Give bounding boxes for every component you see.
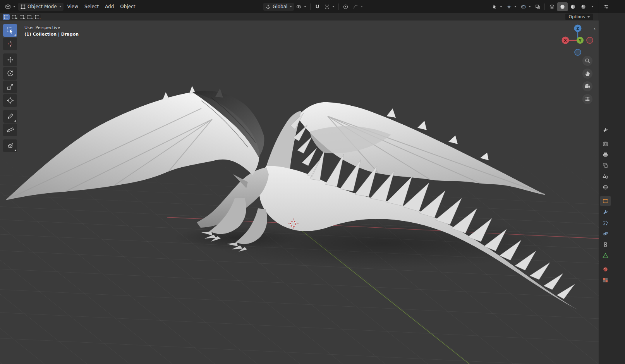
orientation-label: Global	[273, 4, 287, 9]
tool-cursor[interactable]	[3, 38, 17, 50]
overlays-dropdown[interactable]	[519, 3, 533, 11]
properties-tab-view-layer[interactable]	[600, 160, 611, 170]
tool-add-cube[interactable]	[3, 139, 17, 152]
tool-scale[interactable]	[3, 81, 17, 93]
overlays-icon	[520, 4, 526, 10]
select-mode-extend[interactable]: +	[10, 14, 17, 20]
properties-tab-constraints[interactable]	[600, 239, 611, 249]
snap-settings-dropdown[interactable]	[322, 3, 337, 11]
properties-editor-selector[interactable]	[603, 3, 610, 10]
subtool-indicator	[14, 34, 16, 36]
gizmo-y-label: Y	[579, 38, 582, 43]
menu-object[interactable]: Object	[117, 3, 138, 10]
nav-perspective-toggle-button[interactable]	[582, 94, 592, 104]
object-visibility-dropdown[interactable]	[490, 3, 504, 11]
tool-rotate[interactable]	[3, 67, 17, 80]
menu-view[interactable]: View	[64, 3, 81, 10]
proportional-editing-toggle[interactable]	[341, 3, 350, 11]
separator	[544, 3, 545, 10]
blender-window: Object Mode ViewSelectAddObject Global	[0, 0, 625, 364]
properties-tab-scene[interactable]	[600, 171, 611, 181]
viewport-nav-buttons	[582, 56, 592, 104]
nav-zoom-button[interactable]	[582, 56, 592, 66]
select-mode-invert[interactable]: ×	[26, 14, 33, 20]
properties-tab-tool[interactable]	[600, 125, 611, 135]
gizmo-x-neg-ball[interactable]	[587, 37, 593, 43]
chevron-down-icon	[514, 6, 517, 7]
dragon-model[interactable]	[5, 86, 578, 310]
tool-measure[interactable]	[3, 124, 17, 136]
gizmo-x-label: X	[564, 38, 567, 43]
menu-bar: ViewSelectAddObject	[64, 3, 139, 10]
mode-label: Object Mode	[27, 4, 57, 9]
mode-dropdown[interactable]: Object Mode	[18, 3, 64, 11]
chevron-down-icon	[361, 6, 363, 7]
select-mode-intersect[interactable]: ∩	[34, 14, 41, 20]
nav-camera-view-button[interactable]	[582, 81, 592, 91]
falloff-curve-icon	[352, 4, 358, 10]
orientation-dropdown[interactable]: Global	[263, 3, 294, 11]
shading-dropdown[interactable]	[589, 5, 596, 9]
properties-tab-render[interactable]	[600, 139, 611, 149]
options-button[interactable]: Options	[565, 14, 593, 20]
subtool-indicator	[14, 120, 16, 122]
pivot-dropdown[interactable]	[294, 3, 308, 11]
gizmos-dropdown[interactable]	[504, 3, 519, 11]
menu-add[interactable]: Add	[102, 3, 117, 10]
shading-rendered-button[interactable]	[578, 2, 589, 11]
properties-tab-material[interactable]	[600, 264, 611, 274]
properties-tab-world[interactable]	[600, 182, 611, 192]
properties-tab-object[interactable]	[600, 196, 611, 206]
tool-move[interactable]	[3, 53, 17, 66]
tool-select-box[interactable]	[3, 24, 17, 37]
snap-target-icon	[324, 4, 330, 10]
tool-transform[interactable]	[3, 94, 17, 107]
chevron-down-icon	[587, 16, 590, 18]
view-perspective-label: User Perspective	[24, 24, 79, 31]
shading-mode-buttons	[547, 2, 589, 11]
properties-tab-particles[interactable]	[600, 218, 611, 228]
tool-settings-bar: +−×∩ Options	[0, 13, 599, 21]
viewport-display-controls	[490, 2, 596, 11]
separator	[310, 3, 311, 10]
navigation-gizmo[interactable]: Z X Y	[559, 22, 598, 57]
subtool-indicator	[14, 149, 16, 151]
shading-solid-button[interactable]	[557, 2, 568, 11]
editor-type-selector[interactable]	[3, 3, 17, 11]
sidebar-toggle[interactable]: ‹	[594, 26, 596, 31]
properties-tab-strip	[600, 125, 611, 285]
separator	[338, 3, 339, 10]
options-label: Options	[569, 14, 585, 19]
chevron-down-icon	[529, 6, 531, 7]
chevron-down-icon	[13, 6, 15, 7]
snap-toggle[interactable]	[312, 3, 322, 11]
properties-tab-object-data[interactable]	[600, 250, 611, 260]
chevron-down-icon	[59, 6, 62, 7]
select-mode-set[interactable]	[3, 14, 10, 20]
properties-tab-physics[interactable]	[600, 228, 611, 239]
menu-select[interactable]: Select	[81, 3, 102, 10]
properties-tab-texture[interactable]	[600, 275, 611, 285]
nav-pan-button[interactable]	[582, 69, 592, 79]
xray-toggle[interactable]	[533, 3, 543, 11]
properties-editor-icon	[603, 4, 609, 10]
orientation-icon	[265, 4, 271, 10]
tool-annotate[interactable]	[3, 110, 17, 123]
shading-wireframe-button[interactable]	[547, 2, 557, 11]
properties-tab-modifiers[interactable]	[600, 207, 611, 217]
properties-tab-output[interactable]	[600, 149, 611, 160]
select-mode-subtract[interactable]: −	[18, 14, 25, 20]
collection-object-label: (1) Collection | Dragon	[24, 31, 79, 38]
properties-panel	[599, 13, 625, 364]
toolbar	[3, 24, 17, 152]
gizmos-icon	[506, 4, 512, 10]
gizmo-z-neg-ball[interactable]	[575, 49, 581, 55]
shading-material-preview-button[interactable]	[568, 2, 578, 11]
magnet-icon	[314, 4, 320, 10]
falloff-dropdown[interactable]	[350, 3, 365, 11]
object-mode-icon	[20, 4, 26, 10]
viewport-header: Object Mode ViewSelectAddObject Global	[0, 0, 599, 13]
chevron-down-icon	[332, 6, 335, 7]
selectability-visibility-icon	[492, 4, 498, 10]
viewport-3d[interactable]	[0, 0, 599, 364]
